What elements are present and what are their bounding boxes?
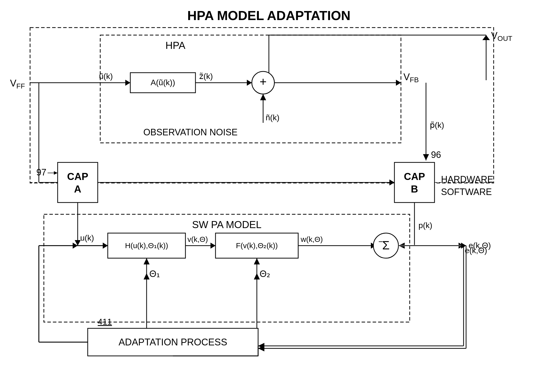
signal-uk: u(k) (80, 233, 94, 242)
svg-rect-23 (58, 162, 98, 203)
theta2-label: Θ₂ (260, 269, 270, 279)
cap-b-label2: B (411, 183, 418, 194)
svg-rect-20 (394, 162, 435, 203)
software-label: SOFTWARE (441, 187, 492, 197)
adaptation-process-label: ADAPTATION PROCESS (119, 337, 227, 347)
block-f-label: F(v(k),Θ₂(k)) (236, 241, 278, 250)
sw-pa-model-label: SW PA MODEL (192, 219, 261, 230)
main-title: HPA MODEL ADAPTATION (187, 8, 351, 23)
signal-u-tilde: ũ(k) (99, 72, 113, 81)
signal-z-tilde: z̃(k) (199, 72, 213, 81)
signal-n-tilde: ñ(k) (266, 113, 279, 122)
theta1-label: Θ₁ (149, 269, 160, 279)
block-h-label: H(u(k),Θ₁(k)) (125, 241, 168, 250)
cap-a-label2: A (74, 183, 81, 194)
svg-text:−: − (378, 237, 383, 246)
ref-411: 411 (98, 317, 112, 326)
diagram: HPA MODEL ADAPTATION HPA VOUT VFF A(ũ(k)… (0, 0, 538, 392)
signal-wk: w(k,Θ) (300, 235, 323, 243)
signal-ek-label: e(k,Θ) (469, 241, 491, 250)
cap-b-label1: CAP (404, 171, 425, 182)
svg-text:Σ: Σ (382, 239, 390, 252)
cap-a-label1: CAP (67, 171, 88, 182)
ref-97: 97 (36, 167, 46, 177)
hardware-label: HARDWARE (441, 174, 493, 184)
block-a-label: A(ũ(k)) (151, 78, 175, 87)
svg-text:+: + (260, 75, 267, 88)
hpa-label: HPA (165, 40, 185, 51)
signal-vk: v(k,Θ) (187, 235, 208, 243)
signal-p-tilde: p̃(k) (430, 121, 444, 130)
ref-96: 96 (431, 150, 441, 160)
obs-noise-label: OBSERVATION NOISE (143, 127, 238, 137)
signal-pk: p(k) (418, 221, 432, 230)
